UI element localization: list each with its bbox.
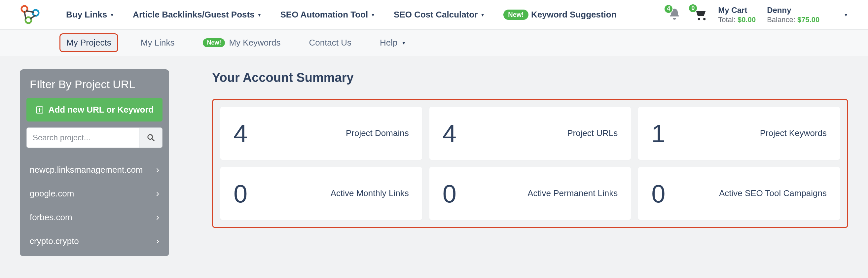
stat-value: 0 (651, 179, 665, 208)
caret-down-icon: ▼ (402, 40, 406, 45)
stat-card-project-keywords[interactable]: 1 Project Keywords (638, 107, 840, 160)
stat-value: 0 (442, 179, 457, 208)
stat-label: Project URLs (567, 128, 618, 139)
stat-label: Active Permanent Links (527, 188, 618, 199)
chevron-right-icon: › (156, 236, 159, 246)
new-badge: New! (203, 38, 225, 47)
search-icon (146, 133, 156, 142)
stat-label: Project Domains (346, 128, 409, 139)
balance-label: Balance: (767, 16, 795, 24)
search-input[interactable] (27, 128, 139, 148)
project-name: newcp.linksmanagement.com (30, 165, 143, 175)
caret-down-icon: ▼ (110, 12, 114, 18)
project-list: newcp.linksmanagement.com › google.com ›… (20, 158, 169, 253)
tab-my-keywords[interactable]: New! My Keywords (197, 34, 286, 51)
search-row (26, 127, 162, 148)
tab-contact-us[interactable]: Contact Us (303, 34, 358, 51)
notifications-button[interactable]: 4 (668, 8, 681, 22)
project-item[interactable]: newcp.linksmanagement.com › (20, 158, 169, 182)
stat-label: Active SEO Tool Campaigns (719, 188, 827, 199)
caret-down-icon[interactable]: ▼ (843, 12, 848, 18)
stat-card-permanent-links[interactable]: 0 Active Permanent Links (429, 167, 631, 220)
nav-label: Buy Links (66, 9, 107, 20)
tab-label: My Projects (66, 38, 111, 48)
add-url-button[interactable]: Add new URL or Keyword (26, 98, 162, 122)
chevron-right-icon: › (156, 188, 159, 199)
tab-label: My Links (141, 38, 175, 48)
search-button[interactable] (139, 128, 162, 148)
add-button-label: Add new URL or Keyword (49, 105, 154, 115)
cart-summary[interactable]: My Cart Total: $0.00 (718, 5, 756, 25)
tab-label: Help (380, 38, 397, 48)
stat-card-project-domains[interactable]: 4 Project Domains (220, 107, 422, 160)
stat-value: 1 (651, 119, 665, 148)
svg-point-1 (33, 10, 39, 16)
caret-down-icon: ▼ (371, 12, 375, 18)
cart-count: 0 (688, 4, 698, 13)
tab-help[interactable]: Help ▼ (374, 34, 412, 51)
nav-label: Article Backlinks/Guest Posts (133, 9, 254, 20)
notifications-count: 4 (664, 4, 673, 13)
tab-my-projects[interactable]: My Projects (59, 33, 118, 52)
cart-title: My Cart (718, 5, 747, 15)
nav-buy-links[interactable]: Buy Links ▼ (66, 9, 114, 20)
page-title: Your Account Summary (212, 71, 848, 85)
project-item[interactable]: crypto.crypto › (20, 229, 169, 253)
sidebar-filter: FIlter By Project URL Add new URL or Key… (20, 69, 169, 256)
cart-total-label: Total: (718, 16, 736, 24)
nav-seo-cost-calculator[interactable]: SEO Cost Calculator ▼ (394, 9, 485, 20)
user-summary[interactable]: Denny Balance: $75.00 (767, 5, 826, 25)
project-item[interactable]: google.com › (20, 182, 169, 205)
nav-label: SEO Automation Tool (280, 9, 368, 20)
stat-value: 0 (234, 179, 247, 208)
stat-card-seo-campaigns[interactable]: 0 Active SEO Tool Campaigns (638, 167, 840, 220)
stat-value: 4 (442, 119, 457, 148)
project-name: crypto.crypto (30, 236, 79, 246)
chevron-right-icon: › (156, 164, 159, 175)
nav-seo-automation[interactable]: SEO Automation Tool ▼ (280, 9, 375, 20)
nav-label: SEO Cost Calculator (394, 9, 477, 20)
chevron-right-icon: › (156, 212, 159, 222)
nav-article-backlinks[interactable]: Article Backlinks/Guest Posts ▼ (133, 9, 261, 20)
plus-icon (35, 106, 44, 114)
project-item[interactable]: forbes.com › (20, 205, 169, 229)
sidebar-title: FIlter By Project URL (20, 69, 169, 98)
stat-card-monthly-links[interactable]: 0 Active Monthly Links (220, 167, 422, 220)
header-right: 4 0 My Cart Total: $0.00 Denny Balance: … (668, 5, 848, 25)
project-name: forbes.com (30, 212, 72, 222)
cart-button[interactable]: 0 (692, 7, 707, 23)
project-name: google.com (30, 188, 74, 199)
user-name: Denny (767, 5, 791, 15)
tab-label: Contact Us (309, 38, 351, 48)
content: Your Account Summary 4 Project Domains 4… (212, 69, 848, 228)
new-badge: New! (503, 9, 528, 20)
balance-value: $75.00 (797, 16, 819, 24)
stat-value: 4 (234, 119, 247, 148)
top-nav: Buy Links ▼ Article Backlinks/Guest Post… (66, 9, 655, 20)
caret-down-icon: ▼ (480, 12, 485, 18)
stat-card-project-urls[interactable]: 4 Project URLs (429, 107, 631, 160)
stat-label: Active Monthly Links (331, 188, 409, 199)
nav-label: Keyword Suggestion (531, 9, 617, 20)
stat-label: Project Keywords (760, 128, 827, 139)
stats-grid: 4 Project Domains 4 Project URLs 1 Proje… (220, 107, 840, 220)
stats-frame: 4 Project Domains 4 Project URLs 1 Proje… (212, 99, 848, 228)
nav-keyword-suggestion[interactable]: New! Keyword Suggestion (503, 9, 616, 20)
tab-label: My Keywords (229, 38, 280, 48)
logo[interactable] (20, 5, 43, 25)
sub-nav: My Projects My Links New! My Keywords Co… (0, 30, 868, 56)
caret-down-icon: ▼ (257, 12, 262, 18)
cart-total-value: $0.00 (738, 16, 756, 24)
tab-my-links[interactable]: My Links (135, 34, 181, 51)
